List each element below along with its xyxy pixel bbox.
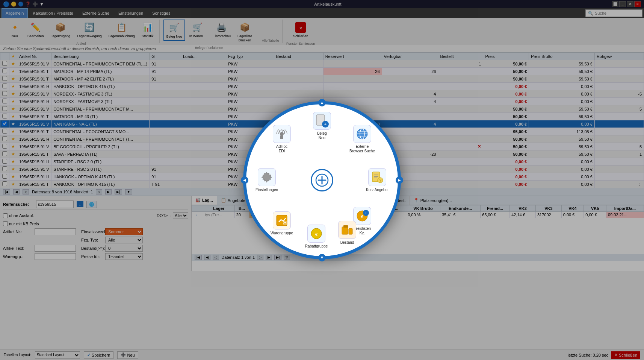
rabattgruppe-label: Rabattgruppe: [305, 244, 328, 249]
einstellungen-label: Einstellungen: [255, 188, 278, 192]
svg-text:+: +: [365, 211, 367, 215]
rabattgruppe-icon: €: [307, 225, 325, 243]
externe-browser-icon: [353, 125, 371, 143]
bestand-label: Bestand: [340, 240, 354, 245]
svg-rect-23: [342, 227, 348, 234]
radial-item-kurz-angebot[interactable]: ? Kurz Angebot: [362, 168, 392, 192]
kurz-angebot-icon: ?: [368, 168, 386, 186]
radial-item-adhoc-edi[interactable]: AdHocEDI: [267, 125, 297, 153]
circle-arrow-top[interactable]: ▲: [318, 99, 326, 106]
svg-text:+: +: [324, 122, 327, 126]
svg-rect-32: [280, 135, 283, 139]
radial-item-rabattgruppe[interactable]: € Rabattgruppe: [301, 225, 331, 249]
svg-text:?: ?: [379, 178, 381, 182]
radial-item-beleg-neu[interactable]: + BelegNeu: [307, 112, 337, 140]
radial-item-warengruppe[interactable]: Warengruppe: [267, 211, 297, 235]
radial-item-externe-browser[interactable]: ExterneBrowser Suche: [347, 125, 377, 153]
kurz-angebot-label: Kurz Angebot: [366, 188, 389, 192]
warengruppe-label: Warengruppe: [271, 231, 293, 235]
circle-arrow-left[interactable]: ◀: [241, 176, 248, 184]
beleg-neu-icon: +: [313, 112, 331, 130]
beleg-neu-label: BelegNeu: [317, 131, 327, 140]
circle-arrow-right[interactable]: ▶: [396, 176, 403, 184]
radial-center-button[interactable]: [311, 169, 333, 191]
externe-browser-label: ExterneBrowser Suche: [349, 144, 375, 153]
svg-rect-25: [349, 228, 352, 234]
radial-menu: ▲ ▶ ▼ ◀ + BelegNeu: [243, 101, 401, 259]
bestand-icon: [338, 221, 356, 239]
svg-rect-24: [343, 225, 348, 228]
radial-item-einstellungen[interactable]: Einstellungen: [252, 168, 282, 192]
adhoc-edi-label: AdHocEDI: [276, 144, 287, 153]
adhoc-edi-icon: [273, 125, 291, 143]
warengruppe-icon: [273, 211, 291, 229]
einstellungen-icon: [258, 168, 276, 186]
radial-item-bestand[interactable]: Bestand: [332, 221, 362, 245]
svg-text:€: €: [315, 232, 317, 237]
circle-arrow-bottom[interactable]: ▼: [318, 254, 326, 261]
svg-text:€: €: [361, 214, 363, 219]
radial-overlay[interactable]: ▲ ▶ ▼ ◀ + BelegNeu: [0, 0, 644, 360]
